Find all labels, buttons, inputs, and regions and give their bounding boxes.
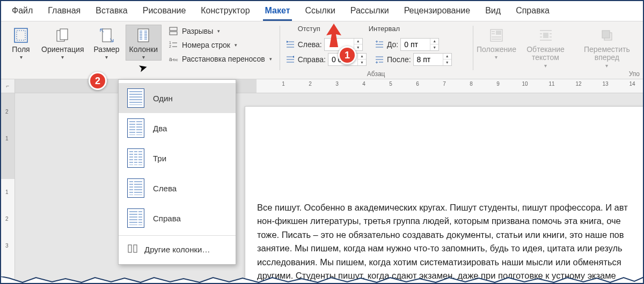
page-size-icon (98, 26, 116, 44)
spin-up[interactable]: ▲ (430, 39, 438, 45)
svg-text:2: 2 (169, 44, 171, 48)
columns-option-right[interactable]: Справа (119, 203, 236, 233)
tab-home[interactable]: Главная (40, 2, 88, 21)
margins-icon (12, 26, 30, 44)
chevron-down-icon: ▾ (105, 55, 108, 60)
spin-up[interactable]: ▲ (443, 54, 451, 60)
bring-forward-icon (598, 26, 616, 44)
tab-draw[interactable]: Рисование (135, 2, 194, 21)
svg-text:1: 1 (169, 41, 171, 44)
spacing-before-label: До: (387, 40, 398, 49)
bring-forward-button[interactable]: Переместить вперед ▾ (576, 25, 638, 69)
spacing-header: Интервал (369, 25, 400, 34)
chevron-down-icon: ▾ (217, 28, 220, 34)
chevron-down-icon: ▾ (495, 55, 497, 60)
chevron-down-icon: ▾ (235, 42, 237, 48)
size-button[interactable]: Размер ▾ (90, 25, 123, 61)
hyphenation-button[interactable]: a-bc Расстановка переносов ▾ (166, 53, 274, 65)
tab-view[interactable]: Вид (478, 2, 508, 21)
svg-rect-1 (17, 31, 25, 40)
document-page[interactable]: Все пишут. Особенно в академических круг… (245, 106, 643, 283)
svg-rect-54 (602, 31, 610, 38)
margins-button[interactable]: Поля ▾ (6, 25, 35, 61)
columns-one-icon (127, 88, 144, 108)
vertical-ruler[interactable]: 21123 (1, 79, 15, 283)
indent-right-icon (285, 54, 296, 65)
columns-more-icon (127, 243, 138, 256)
tab-review[interactable]: Рецензирование (397, 2, 478, 21)
breaks-icon (168, 26, 179, 36)
svg-marker-29 (287, 41, 289, 43)
ruler-corner: ⌐ (1, 79, 15, 93)
svg-marker-57 (326, 24, 341, 47)
svg-text:bc: bc (173, 57, 178, 62)
svg-rect-4 (103, 29, 111, 42)
tab-references[interactable]: Ссылки (297, 2, 342, 21)
spin-down[interactable]: ▼ (443, 59, 451, 65)
indent-left-icon (285, 39, 296, 50)
columns-left-icon (127, 178, 144, 198)
group-paragraph: Отступ Интервал Слева: ▲▼ (280, 21, 473, 79)
spacing-before-icon (374, 39, 385, 50)
spacing-after-label: После: (387, 55, 411, 64)
svg-rect-46 (543, 33, 548, 38)
horizontal-ruler[interactable]: 211234567891011121314 (15, 79, 643, 93)
tab-mailings[interactable]: Рассылки (343, 2, 397, 21)
columns-two-icon (127, 118, 144, 138)
svg-rect-41 (496, 31, 501, 35)
tab-design[interactable]: Конструктор (193, 2, 257, 21)
chevron-down-icon: ▾ (61, 55, 64, 60)
spin-down[interactable]: ▼ (430, 44, 438, 50)
breaks-button[interactable]: Разрывы ▾ (166, 25, 274, 38)
columns-icon (134, 26, 152, 44)
columns-dropdown: Один Два Три Слева Справа Другие колонки… (118, 79, 236, 265)
svg-rect-55 (128, 245, 131, 252)
tab-insert[interactable]: Вставка (88, 2, 135, 21)
line-numbers-button[interactable]: 12 Номера строк ▾ (166, 39, 274, 51)
group-label-paragraph: Абзац (285, 69, 467, 78)
columns-three-icon (127, 148, 144, 168)
orientation-icon (54, 26, 72, 44)
chevron-down-icon: ▾ (20, 55, 23, 60)
hyphenation-icon: a-bc (168, 54, 179, 64)
menu-separator (119, 235, 236, 236)
svg-rect-18 (170, 27, 177, 31)
wrap-text-icon (537, 26, 555, 44)
annotation-badge-2: 2 (89, 72, 107, 90)
columns-option-two[interactable]: Два (119, 113, 236, 143)
spacing-after-input[interactable]: ▲▼ (413, 53, 452, 66)
columns-option-left[interactable]: Слева (119, 173, 236, 203)
columns-button[interactable]: Колонки ▾ (126, 25, 162, 61)
group-arrange: Положение ▾ Обтекание текстом ▾ Перемест… (473, 21, 643, 79)
tab-layout[interactable]: Макет (258, 2, 298, 21)
orientation-button[interactable]: Ориентация ▾ (38, 25, 87, 61)
annotation-badge-1: 1 (338, 46, 356, 64)
svg-rect-19 (170, 32, 177, 35)
tab-help[interactable]: Справка (508, 2, 557, 21)
indent-header: Отступ (298, 25, 320, 34)
document-workspace: ⌐ 211234567891011121314 21123 Все пишут.… (1, 79, 643, 283)
spacing-before-input[interactable]: ▲▼ (400, 38, 439, 51)
columns-option-one[interactable]: Один (119, 83, 236, 113)
spin-up[interactable]: ▲ (354, 39, 362, 45)
spin-down[interactable]: ▼ (358, 59, 366, 65)
spin-up[interactable]: ▲ (358, 54, 366, 60)
svg-rect-3 (60, 29, 68, 40)
svg-marker-33 (292, 56, 294, 58)
spin-down[interactable]: ▼ (354, 44, 362, 50)
line-numbers-icon: 12 (168, 40, 179, 50)
columns-right-icon (127, 208, 144, 228)
tab-file[interactable]: Файл (4, 2, 40, 21)
chevron-down-icon: ▾ (544, 63, 547, 69)
svg-rect-56 (134, 245, 137, 252)
columns-option-three[interactable]: Три (119, 143, 236, 173)
document-body-text: Все пишут. Особенно в академических круг… (257, 203, 628, 283)
columns-more-button[interactable]: Другие колонки… (119, 238, 236, 261)
spacing-after-icon (374, 54, 385, 65)
chevron-down-icon: ▾ (142, 55, 145, 60)
indent-right-label: Справа: (298, 55, 326, 64)
menu-bar: Файл Главная Вставка Рисование Конструкт… (1, 1, 643, 21)
position-button[interactable]: Положение ▾ (478, 25, 515, 61)
wrap-text-button[interactable]: Обтекание текстом ▾ (517, 25, 574, 69)
truncated-group-label: Упо (629, 70, 640, 78)
